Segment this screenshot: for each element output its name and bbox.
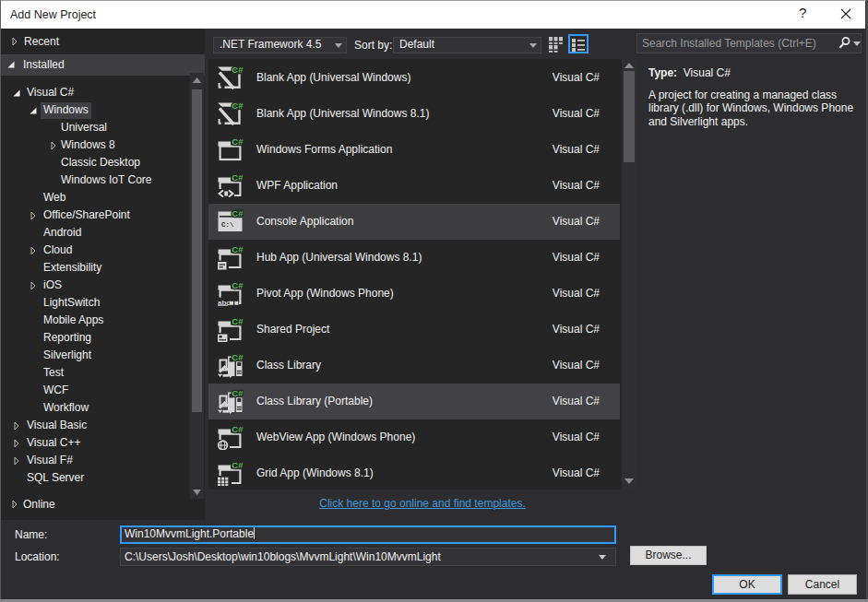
- svg-text:C#: C#: [232, 172, 244, 183]
- svg-text:C#: C#: [232, 244, 244, 254]
- svg-text:C#: C#: [232, 100, 244, 111]
- svg-text:C#: C#: [232, 65, 244, 75]
- svg-text:C#: C#: [232, 136, 244, 147]
- svg-text:C#: C#: [232, 208, 244, 218]
- svg-text:C#: C#: [232, 424, 244, 434]
- svg-text:C#: C#: [232, 460, 244, 470]
- svg-text:C#: C#: [232, 388, 244, 398]
- svg-text:C#: C#: [232, 352, 244, 362]
- svg-text:C#: C#: [232, 316, 244, 326]
- svg-text:abc: abc: [218, 298, 231, 306]
- svg-text:C#: C#: [232, 280, 244, 290]
- svg-text:C:\: C:\: [221, 220, 234, 228]
